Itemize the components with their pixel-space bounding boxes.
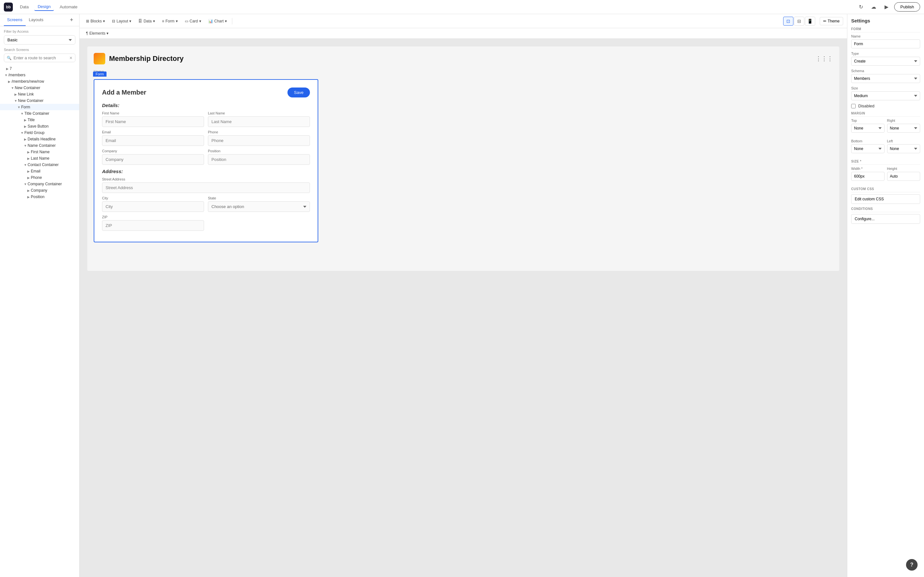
publish-button[interactable]: Publish — [894, 2, 920, 11]
tree-item[interactable]: ▶ Company — [0, 187, 79, 193]
tree-toggle-icon: ▼ — [23, 163, 27, 167]
tree-item[interactable]: ▶ /members/new/row — [0, 78, 79, 85]
tree-item[interactable]: ▶ Email — [0, 168, 79, 174]
filter-section: Filter by Access Basic — [0, 26, 79, 48]
tab-layouts[interactable]: Layouts — [26, 14, 47, 26]
last-name-input[interactable] — [208, 116, 310, 127]
type-select[interactable]: Create — [851, 57, 920, 66]
margin-top-select[interactable]: None — [851, 124, 885, 133]
tree-item-label: Save Button — [27, 124, 48, 129]
size-section-label: SIZE * — [851, 160, 920, 165]
tree-item-label: Email — [31, 169, 40, 173]
help-button[interactable]: ? — [906, 559, 918, 571]
tree-item[interactable]: ▼ Contact Container — [0, 161, 79, 168]
card-button[interactable]: ▭ Card ▾ — [182, 17, 204, 25]
position-input[interactable] — [208, 154, 310, 165]
tree-item[interactable]: ▶ Details Headline — [0, 136, 79, 142]
tree-item[interactable]: ▶ New Link — [0, 91, 79, 97]
tab-screens[interactable]: Screens — [4, 14, 26, 26]
margin-right-select[interactable]: None — [887, 124, 921, 133]
tablet-view-button[interactable]: ⊟ — [794, 17, 804, 26]
margin-bottom-select[interactable]: None — [851, 144, 885, 153]
margin-bottom-label: Bottom — [851, 139, 885, 143]
tree-item[interactable]: ▶ Last Name — [0, 155, 79, 161]
tree-item-label: /members — [8, 73, 25, 77]
zip-input[interactable] — [102, 220, 204, 231]
tree-toggle-icon: ▶ — [26, 169, 31, 173]
left-sidebar: Screens Layouts + Filter by Access Basic… — [0, 14, 79, 577]
tree-item[interactable]: ▶ 7 — [0, 65, 79, 72]
tree-item-label: /members/new/row — [11, 79, 44, 84]
name-setting-input[interactable] — [851, 39, 920, 48]
nav-tab-design[interactable]: Design — [34, 3, 53, 11]
tree-item[interactable]: ▼ Name Container — [0, 142, 79, 149]
data-button[interactable]: 🗄 Data ▾ — [136, 17, 157, 25]
filter-select[interactable]: Basic — [4, 35, 75, 45]
tree-item[interactable]: ▶ First Name — [0, 149, 79, 155]
configure-button[interactable]: Configure... — [851, 214, 920, 224]
toolbar-row2: ¶ Elements ▾ — [79, 28, 847, 39]
search-input[interactable] — [13, 55, 67, 60]
layout-label: Layout — [116, 19, 128, 23]
tree-item-label: Position — [31, 195, 45, 199]
margin-left-select[interactable]: None — [887, 144, 921, 153]
elements-label: Elements — [89, 31, 105, 35]
type-setting: Type Create — [851, 52, 920, 66]
cloud-icon[interactable]: ☁ — [869, 2, 879, 12]
name-setting-label: Name — [851, 34, 920, 38]
center-area: ⊞ Blocks ▾ ⊟ Layout ▾ 🗄 Data ▾ ≡ Form ▾ … — [79, 14, 847, 577]
tree-item[interactable]: ▼ Field Group — [0, 129, 79, 136]
custom-css-section-label: CUSTOM CSS — [851, 187, 920, 192]
nav-tab-automate[interactable]: Automate — [57, 3, 81, 11]
tree-item[interactable]: ▼ Title Container — [0, 110, 79, 117]
layout-button[interactable]: ⊟ Layout ▾ — [110, 17, 134, 25]
elements-button[interactable]: ¶ Elements ▾ — [83, 29, 111, 37]
margin-right-label: Right — [887, 119, 921, 122]
form-button[interactable]: ≡ Form ▾ — [160, 17, 180, 25]
schema-setting: Schema Members — [851, 69, 920, 83]
add-screen-button[interactable]: + — [68, 16, 75, 24]
chart-button[interactable]: 📊 Chart ▾ — [206, 17, 229, 25]
schema-select[interactable]: Members — [851, 74, 920, 83]
margin-left-field: Left None — [887, 139, 921, 153]
state-select[interactable]: Choose an option — [208, 201, 310, 212]
refresh-icon[interactable]: ↻ — [856, 2, 866, 12]
tree-item[interactable]: ▶ Position — [0, 193, 79, 200]
tree-item[interactable]: ▼ New Container — [0, 97, 79, 104]
tree-toggle-icon: ▶ — [23, 137, 27, 141]
desktop-view-button[interactable]: ⊡ — [783, 17, 793, 26]
top-nav: bb Data Design Automate ↻ ☁ ▶ Publish — [0, 0, 924, 14]
nav-tab-data[interactable]: Data — [17, 3, 32, 11]
height-input[interactable] — [887, 172, 921, 181]
tree-item[interactable]: ▼ New Container — [0, 85, 79, 91]
tree-item-label: Last Name — [31, 156, 49, 161]
tree-item[interactable]: ▼ Form — [0, 104, 79, 110]
edit-css-button[interactable]: Edit custom CSS — [851, 194, 920, 204]
tree-item[interactable]: ▶ Title — [0, 117, 79, 123]
phone-input[interactable] — [208, 135, 310, 146]
mobile-view-button[interactable]: 📱 — [805, 17, 815, 26]
theme-button[interactable]: ✏ Theme — [820, 17, 843, 25]
tree-item[interactable]: ▶ Save Button — [0, 123, 79, 129]
blocks-button[interactable]: ⊞ Blocks ▾ — [83, 17, 107, 25]
form-save-button[interactable]: Save — [288, 87, 310, 97]
width-input[interactable] — [851, 172, 885, 181]
tree-item[interactable]: ▶ Phone — [0, 174, 79, 181]
data-chevron: ▾ — [153, 19, 155, 23]
company-row: Company Position — [102, 149, 310, 165]
size-select[interactable]: Medium — [851, 91, 920, 100]
disabled-checkbox[interactable] — [851, 104, 856, 108]
last-name-field: Last Name — [208, 111, 310, 127]
tree-item[interactable]: ▼ /members — [0, 72, 79, 78]
clear-icon[interactable]: ✕ — [69, 56, 73, 60]
play-icon[interactable]: ▶ — [881, 2, 892, 12]
email-input[interactable] — [102, 135, 204, 146]
company-input[interactable] — [102, 154, 204, 165]
form-section-label: FORM — [851, 27, 920, 32]
page-options-icon[interactable]: ⋮⋮⋮ — [816, 55, 833, 62]
height-label: Height — [887, 167, 921, 171]
first-name-input[interactable] — [102, 116, 204, 127]
city-input[interactable] — [102, 201, 204, 212]
street-input[interactable] — [102, 182, 310, 193]
tree-item[interactable]: ▼ Company Container — [0, 181, 79, 187]
